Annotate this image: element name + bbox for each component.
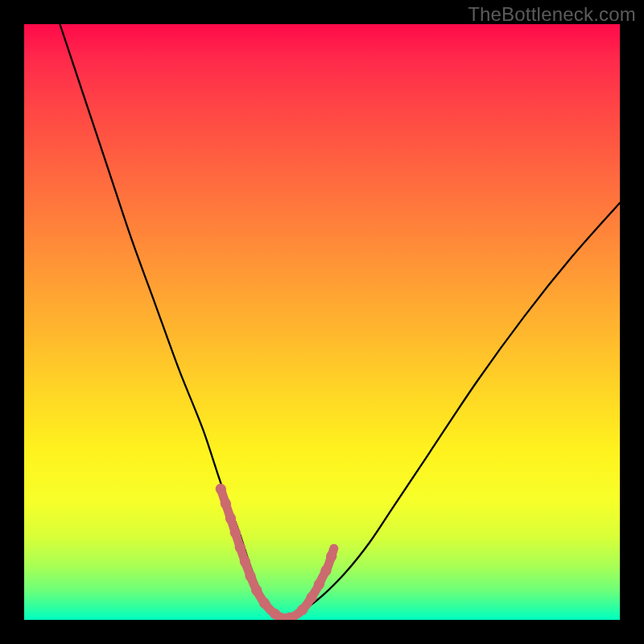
chart-frame: TheBottleneck.com xyxy=(0,0,644,644)
chart-svg xyxy=(24,24,620,620)
optimal-range-marker-line xyxy=(221,489,334,617)
bottleneck-curve xyxy=(60,24,620,620)
watermark-text: TheBottleneck.com xyxy=(468,3,636,26)
plot-area xyxy=(24,24,620,620)
